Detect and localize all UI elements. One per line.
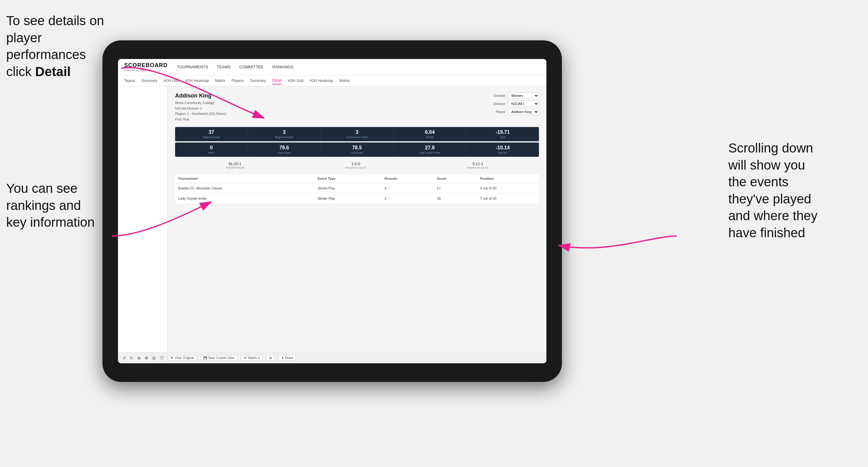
- col-event-type: Event Type: [314, 174, 381, 183]
- stat-avg-sg-value: -10.14: [469, 145, 536, 151]
- player-name: Addison King: [175, 93, 226, 99]
- record-top25: 1-5-0 Record vs top 25: [345, 162, 366, 169]
- grid-icon[interactable]: ⊞: [152, 355, 156, 361]
- col-position: Position: [477, 174, 539, 183]
- content-area: Addison King Mesa Community College NJCA…: [168, 86, 547, 352]
- left-panel: [118, 86, 168, 352]
- stat-avg-sg-label: Avg SG: [469, 151, 536, 154]
- stats-row-2: 0 Wins 79.6 Avg Score 78.5 Adj Score 27.…: [175, 143, 539, 157]
- share-icon: ⬆: [281, 356, 284, 360]
- save-custom-view-button[interactable]: 💾 Save Custom View: [200, 355, 237, 361]
- screen-icon[interactable]: 🖥: [266, 355, 275, 361]
- player-control: Player Addison King: [496, 109, 539, 115]
- stat-sos-value: -19.71: [469, 129, 536, 135]
- tournament-type-1: Stroke Play: [314, 183, 381, 193]
- tournament-name-2: Lady Coyote Invite: [175, 193, 314, 204]
- stat-adj-score-label: Adj Score: [324, 151, 390, 154]
- tournament-type-2: Stroke Play: [314, 193, 381, 204]
- tournament-position-1: 4 out of 20: [477, 183, 539, 193]
- undo-icon[interactable]: ↺: [122, 355, 126, 361]
- subnav-h2h-grid2[interactable]: H2H Grid: [288, 77, 303, 84]
- annotation-middle-left: You can see rankings and key information: [6, 180, 118, 231]
- stat-avg-sg: -10.14 Avg SG: [466, 143, 539, 157]
- share-button[interactable]: ⬆ Share: [278, 355, 296, 361]
- clock-icon[interactable]: ⏱: [160, 355, 164, 361]
- gender-select[interactable]: Women: [508, 93, 539, 99]
- division-label: Division: [493, 102, 505, 105]
- nav-tournaments[interactable]: TOURNAMENTS: [177, 63, 208, 70]
- stat-wins-label: Wins: [178, 151, 245, 154]
- player-college: Mesa Community College: [175, 101, 214, 105]
- division-select[interactable]: NJCAA I: [508, 101, 539, 107]
- redo-icon[interactable]: ↻: [130, 355, 133, 361]
- stat-points-value: 6.04: [397, 129, 463, 135]
- table-row: Estella CC- Mountain Classic Stroke Play…: [175, 183, 539, 193]
- stat-sos-label: SoS: [469, 136, 536, 139]
- bottom-toolbar: ↺ ↻ ⊕ ✥ ⊞ ⏱ 👁 View: Original 💾 Save Cust…: [118, 352, 547, 363]
- subnav-summary2[interactable]: Summary: [250, 77, 266, 84]
- stat-points-label: Points: [397, 136, 463, 139]
- subnav-matrix2[interactable]: Matrix: [340, 77, 350, 84]
- share-label: Share: [285, 356, 293, 360]
- stat-regional-rank-value: 3: [251, 129, 318, 135]
- stat-conference-rank: 3 Conference Rank: [321, 127, 394, 141]
- view-icon: 👁: [170, 356, 174, 360]
- player-division: NJCAA Division 1: [175, 106, 202, 110]
- player-select[interactable]: Addison King: [508, 109, 539, 115]
- col-score: Score: [434, 174, 477, 183]
- subnav-matrix[interactable]: Matrix: [215, 77, 225, 84]
- player-info: Addison King Mesa Community College NJCA…: [175, 93, 226, 122]
- chevron-down-icon: ▾: [258, 356, 259, 360]
- stat-avg-score-value: 79.6: [251, 145, 318, 151]
- stat-avg-score-label: Avg Score: [251, 151, 318, 154]
- stat-wins-value: 0: [178, 145, 245, 151]
- record-top25-value: 1-5-0: [345, 162, 366, 166]
- sub-nav: Teams Summary H2H Grid H2H Heatmap Matri…: [118, 75, 547, 86]
- annotation-top-left: To see details on player performances cl…: [6, 12, 124, 80]
- watch-icon: 👁: [244, 356, 247, 360]
- subnav-h2h-heatmap2[interactable]: H2H Heatmap: [310, 77, 333, 84]
- tournament-score-2: 16: [434, 193, 477, 204]
- logo-scoreboard: SCOREBOARD: [124, 62, 168, 69]
- tournament-rounds-1: 2: [381, 183, 434, 193]
- subnav-detail[interactable]: Detail: [272, 77, 282, 85]
- nav-rankings[interactable]: RANKINGS: [272, 63, 293, 70]
- save-icon: 💾: [203, 356, 207, 360]
- watch-button[interactable]: 👁 Watch ▾: [241, 355, 262, 361]
- subnav-players[interactable]: Players: [231, 77, 244, 84]
- tablet-screen: SCOREBOARD Powered by clippd TOURNAMENTS…: [118, 59, 547, 363]
- annotation-right: Scrolling down will show you the events …: [728, 140, 859, 242]
- stat-points: 6.04 Points: [394, 127, 467, 141]
- subnav-h2h-heatmap[interactable]: H2H Heatmap: [185, 77, 209, 84]
- tournament-name-1: Estella CC- Mountain Classic: [175, 183, 314, 193]
- stat-adj-score-value: 78.5: [324, 145, 390, 151]
- zoom-icon[interactable]: ⊕: [137, 355, 141, 361]
- save-label: Save Custom View: [208, 356, 235, 360]
- logo-area: SCOREBOARD Powered by clippd: [124, 62, 168, 72]
- col-tournament: Tournament: [175, 174, 314, 183]
- stat-avg-score-par-label: Avg Score to Par: [397, 151, 463, 154]
- player-year: First Year: [175, 117, 189, 121]
- records-row: 91-20-1 Overall Record 1-5-0 Record vs t…: [175, 160, 539, 171]
- gender-label: Gender: [494, 94, 505, 97]
- record-top50-value: 5-11-1: [467, 162, 488, 166]
- stat-avg-score-par-value: 27.8: [397, 145, 463, 151]
- subnav-teams[interactable]: Teams: [124, 77, 135, 84]
- main-nav: TOURNAMENTS TEAMS COMMITTEE RANKINGS: [177, 63, 293, 70]
- division-control: Division NJCAA I: [493, 101, 539, 107]
- player-header: Addison King Mesa Community College NJCA…: [175, 93, 539, 122]
- pan-icon[interactable]: ✥: [145, 355, 148, 361]
- tournament-table: Tournament Event Type Rounds Score Posit…: [175, 174, 539, 204]
- table-row: Lady Coyote Invite Stroke Play 2 16 7 ou…: [175, 193, 539, 204]
- player-controls: Gender Women Division NJCAA I: [493, 93, 539, 122]
- nav-committee[interactable]: COMMITTEE: [239, 63, 264, 70]
- subnav-h2h-grid[interactable]: H2H Grid: [164, 77, 179, 84]
- nav-teams[interactable]: TEAMS: [217, 63, 231, 70]
- tablet: SCOREBOARD Powered by clippd TOURNAMENTS…: [102, 40, 562, 382]
- stat-avg-score-par: 27.8 Avg Score to Par: [394, 143, 467, 157]
- record-top25-label: Record vs top 25: [345, 166, 366, 169]
- view-original-button[interactable]: 👁 View: Original: [168, 355, 197, 361]
- tournament-rounds-2: 2: [381, 193, 434, 204]
- subnav-summary[interactable]: Summary: [141, 77, 157, 84]
- stats-row-1: 37 National Rank 3 Regional Rank 3 Confe…: [175, 127, 539, 141]
